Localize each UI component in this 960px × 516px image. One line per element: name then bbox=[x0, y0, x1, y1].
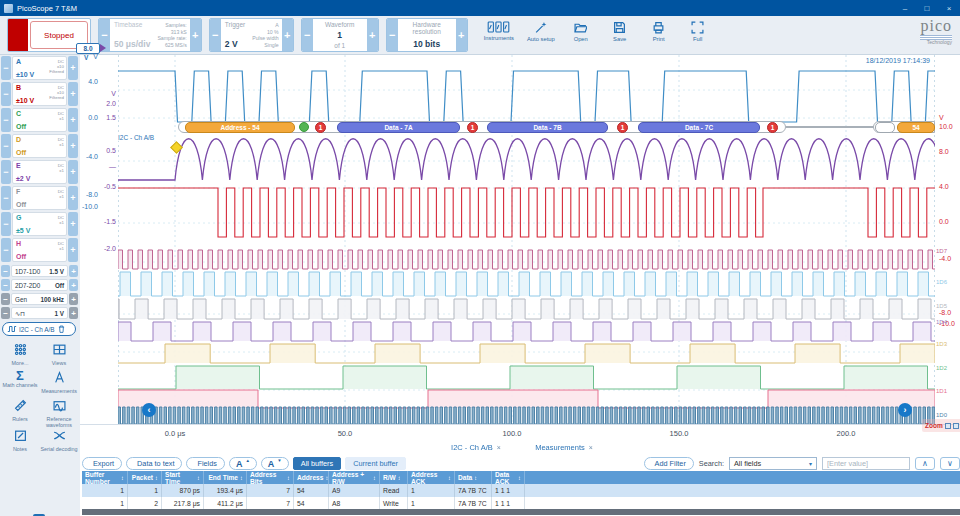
scroll-right-button[interactable]: › bbox=[898, 403, 912, 417]
resolution-decrease-button[interactable]: − bbox=[387, 19, 398, 51]
column-header-buffer-number[interactable]: Buffer Number↕ bbox=[82, 471, 128, 484]
font-decrease-button[interactable]: A▼ bbox=[261, 457, 289, 470]
column-header-address-r-w[interactable]: Address + R/W↕ bbox=[329, 471, 380, 484]
all-buffers-button[interactable]: All buffers bbox=[293, 457, 341, 470]
row-increase-button[interactable]: + bbox=[69, 307, 78, 319]
sort-icon[interactable]: ↕ bbox=[287, 475, 290, 481]
tab-close-icon[interactable]: × bbox=[497, 444, 501, 451]
sort-icon[interactable]: ↕ bbox=[518, 475, 521, 481]
tab-close-icon[interactable]: × bbox=[589, 444, 593, 451]
decode-segment-data[interactable]: Data - 7C bbox=[638, 122, 760, 133]
sort-icon[interactable]: ↕ bbox=[197, 475, 200, 481]
column-header-r-w[interactable]: R/W↕ bbox=[380, 471, 408, 484]
column-header-data[interactable]: Data↕ bbox=[455, 471, 492, 484]
trigger-increase-button[interactable]: + bbox=[282, 19, 293, 51]
row-card[interactable]: 1D7-1D01.5 V bbox=[11, 265, 68, 277]
tool-more[interactable]: More... bbox=[1, 342, 39, 367]
tool-measurements[interactable]: Measurements bbox=[40, 370, 78, 395]
ack-ok-marker[interactable] bbox=[299, 122, 309, 132]
table-row[interactable]: 11870 ps193.4 μs754A9Read17A 7B 7C1 1 1 bbox=[82, 484, 960, 497]
full-button[interactable]: Full bbox=[685, 21, 711, 42]
column-header-packet[interactable]: Packet↕ bbox=[128, 471, 162, 484]
sort-icon[interactable]: ↕ bbox=[325, 475, 328, 481]
column-header-data-ack[interactable]: Data ACK↕ bbox=[492, 471, 525, 484]
row-decrease-button[interactable]: − bbox=[1, 293, 10, 305]
tool-rulers[interactable]: Rulers bbox=[1, 398, 39, 423]
decode-segment-data[interactable]: Data - 7B bbox=[487, 122, 608, 133]
sort-icon[interactable]: ↕ bbox=[240, 475, 243, 481]
ack-error-marker[interactable]: 1 bbox=[315, 122, 326, 133]
current-buffer-button[interactable]: Current buffer bbox=[345, 457, 406, 470]
channel-f-card[interactable]: FOffDCx1 bbox=[12, 186, 67, 210]
search-field-select[interactable]: All fields ▾ bbox=[729, 457, 817, 470]
open-button[interactable]: Open bbox=[568, 21, 594, 42]
sort-icon[interactable]: ↕ bbox=[155, 475, 158, 481]
search-next-button[interactable]: ∨ bbox=[940, 457, 960, 470]
zoom-minimize-icon[interactable] bbox=[945, 423, 951, 429]
channel-h-card[interactable]: HOffDCx1 bbox=[12, 238, 67, 262]
decode-segment-address[interactable]: Address - 54 bbox=[185, 122, 295, 133]
channel-b-card[interactable]: B±10 VDCx10Filtered bbox=[12, 82, 67, 106]
add-filter-button[interactable]: Add Filter bbox=[644, 457, 694, 470]
channel-decrease-button[interactable]: − bbox=[1, 160, 11, 184]
channel-g-card[interactable]: G±5 VDCx1 bbox=[12, 212, 67, 236]
waveform-prev-button[interactable]: − bbox=[302, 19, 313, 51]
scroll-left-button[interactable]: ‹ bbox=[142, 403, 156, 417]
save-button[interactable]: Save bbox=[607, 21, 633, 42]
channel-e-card[interactable]: E±2 VDCx1 bbox=[12, 160, 67, 184]
zoom-overview-window[interactable]: Zoom × bbox=[922, 419, 960, 432]
channel-decrease-button[interactable]: − bbox=[1, 134, 11, 158]
row-card[interactable]: Gen100 kHz bbox=[11, 293, 68, 305]
channel-decrease-button[interactable]: − bbox=[1, 82, 11, 106]
sort-icon[interactable]: ↕ bbox=[474, 475, 477, 481]
row-increase-button[interactable]: + bbox=[69, 265, 78, 277]
tool-serial-decoding[interactable]: Serial decoding bbox=[40, 428, 78, 453]
waveform-plot-area[interactable]: 18/12/2019 17:14:39 I2C - Ch A/B Address… bbox=[118, 55, 935, 425]
row-decrease-button[interactable]: − bbox=[1, 279, 10, 291]
font-increase-button[interactable]: A▲ bbox=[229, 457, 257, 470]
timebase-value[interactable]: 50 μs/div bbox=[114, 39, 150, 49]
tool-math-channels[interactable]: ΣMath channels bbox=[1, 370, 39, 389]
tool-reference-waveforms[interactable]: Reference waveforms bbox=[40, 398, 78, 429]
waveform-next-button[interactable]: + bbox=[367, 19, 378, 51]
sort-icon[interactable]: ↕ bbox=[448, 475, 451, 481]
column-header-address-ack[interactable]: Address ACK↕ bbox=[408, 471, 455, 484]
channel-a-card[interactable]: A±10 VDCx10Filtered bbox=[12, 56, 67, 80]
trigger-value[interactable]: 2 V bbox=[225, 39, 245, 49]
tool-views[interactable]: Views bbox=[40, 342, 78, 367]
column-header-end-time[interactable]: End Time↕ bbox=[204, 471, 247, 484]
row-increase-button[interactable]: + bbox=[69, 279, 78, 291]
column-header-address-bits[interactable]: Address Bits↕ bbox=[247, 471, 294, 484]
resolution-increase-button[interactable]: + bbox=[456, 19, 467, 51]
channel-offset-arrow-icon[interactable] bbox=[100, 44, 106, 52]
trigger-decrease-button[interactable]: − bbox=[210, 19, 221, 51]
table-scrollbar[interactable] bbox=[82, 509, 960, 515]
auto-setup-button[interactable]: Auto setup bbox=[527, 21, 555, 42]
close-button[interactable]: × bbox=[938, 4, 960, 13]
sort-icon[interactable]: ↕ bbox=[373, 475, 376, 481]
row-card[interactable]: ∿⊓1 V bbox=[11, 307, 68, 319]
zoom-maximize-icon[interactable] bbox=[953, 423, 959, 429]
tab-measurements[interactable]: Measurements × bbox=[524, 440, 604, 455]
channel-decrease-button[interactable]: − bbox=[1, 56, 11, 80]
search-input[interactable] bbox=[822, 457, 910, 470]
decode-segment-address[interactable]: 54 bbox=[897, 122, 935, 133]
channel-decrease-button[interactable]: − bbox=[1, 108, 11, 132]
column-header-start-time[interactable]: Start Time↕ bbox=[162, 471, 204, 484]
channel-decrease-button[interactable]: − bbox=[1, 186, 11, 210]
fields-button[interactable]: Fields bbox=[186, 457, 224, 470]
decode-segment-start[interactable] bbox=[875, 122, 895, 133]
i2c-decoder-selector[interactable]: I2C - Ch A/B bbox=[2, 322, 76, 336]
decode-segment-data[interactable]: Data - 7A bbox=[337, 122, 460, 133]
ack-error-marker[interactable]: 1 bbox=[467, 122, 478, 133]
row-decrease-button[interactable]: − bbox=[1, 307, 10, 319]
ack-error-marker[interactable]: 1 bbox=[767, 122, 778, 133]
search-previous-button[interactable]: ∧ bbox=[915, 457, 935, 470]
tool-notes[interactable]: Notes bbox=[1, 428, 39, 453]
data-to-text-button[interactable]: Data to text bbox=[126, 457, 182, 470]
sort-icon[interactable]: ↕ bbox=[398, 475, 401, 481]
row-decrease-button[interactable]: − bbox=[1, 265, 10, 277]
channel-increase-button[interactable]: + bbox=[68, 82, 78, 106]
instruments-button[interactable]: Instruments bbox=[484, 21, 514, 42]
channel-c-card[interactable]: COffDCx1 bbox=[12, 108, 67, 132]
